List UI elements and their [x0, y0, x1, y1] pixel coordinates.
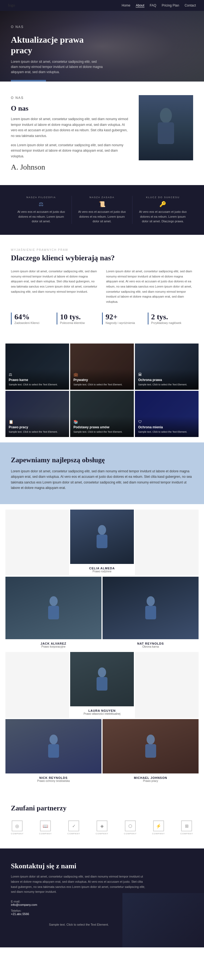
partner-icon-4: ◈	[97, 821, 107, 831]
partner-text-4: COMPANY	[96, 832, 108, 835]
team-name-nat: NAT REYNOLDS	[105, 642, 196, 645]
hero-section: O NAS Aktualizacje prawa pracy Lorem ips…	[0, 11, 204, 81]
partner-text-5: COMPANY	[124, 832, 137, 835]
partner-text-2: COMPANY	[39, 832, 52, 835]
about-title: O nas	[11, 104, 131, 113]
team-layout: CELIA ALMEDA Prawo rodzinne JACK ALVAREZ…	[5, 509, 199, 785]
cell-title-3: Ochrona prawa	[138, 378, 195, 382]
team-info-nick: NICK REYNOLDS Prawo ochrony środowiska	[5, 773, 102, 785]
why-title: Dlaczego klienci wybierają nas?	[11, 254, 193, 262]
why-col-1: Lorem ipsum dolor sit amet, consetetur s…	[11, 269, 98, 304]
practice-cell-3[interactable]: 🏛 Ochrona prawa Sample text. Click to se…	[135, 344, 199, 390]
practice-cell-2[interactable]: 💼 Prywatny Sample text. Click to select …	[70, 344, 134, 390]
stat-4: 2 tys. Przykładowy nagłówek	[148, 313, 188, 325]
best-service-text: Lorem ipsum dolor sit amet, consetetur s…	[11, 469, 193, 491]
nav-home[interactable]: Home	[121, 3, 130, 8]
team-photo-laura	[70, 652, 134, 706]
about-text: O nas O nas Lorem ipsum dolor sit amet, …	[11, 95, 131, 172]
partner-icon-7: ⊞	[181, 821, 192, 831]
stat-1: 64% Zadowoleni Klienci	[11, 313, 51, 325]
partner-icon-3: ✓	[68, 821, 79, 831]
team-card-celia: CELIA ALMEDA Prawo rodzinne	[70, 509, 134, 576]
why-label: WYJAŚNIENIE PRAWNYCH PRAW	[11, 248, 193, 251]
team-photo-nat	[102, 577, 199, 639]
about-image-inner	[139, 95, 193, 160]
about-paragraph2: eos Lorem ipsum dolor sit amet, consetet…	[11, 142, 131, 159]
cell-text-2: Sample text. Click to select the Text El…	[73, 383, 131, 387]
team-name-celia: CELIA ALMEDA	[73, 566, 131, 570]
cell-icon-1: ⚖	[9, 372, 66, 377]
philosophy-item-1: NASZA FILOZOFIA ⚖ At vero eos et accusam…	[11, 196, 72, 224]
stat-label-4: Przykładowy nagłówek	[151, 321, 185, 325]
person-icon-laura	[94, 665, 110, 693]
svg-rect-7	[145, 606, 156, 619]
cell-title-2: Prywatny	[73, 378, 131, 382]
team-name-jack: JACK ALVAREZ	[8, 642, 99, 645]
practice-cell-6[interactable]: 🛡 Ochrona mienia Sample text. Click to s…	[135, 391, 199, 437]
philosophy-item-3: KLUCZ DO SUKCESU 🔑 At vero eos et accusa…	[132, 196, 193, 224]
nav-links: Home About FAQ Pricing Plan Contact	[121, 3, 196, 8]
cell-title-5: Podstawy prawa umów	[73, 425, 131, 429]
cell-content-1: ⚖ Prawo karne Sample text. Click to sele…	[5, 369, 69, 390]
philosophy-icon-1: ⚖	[16, 201, 66, 207]
contact-phone-value: +21.abc.5566	[11, 912, 29, 916]
team-section: .team-layout { display: flex; flex-direc…	[0, 504, 204, 791]
philosophy-text-2: At vero eos et accusam et justo duo dolo…	[77, 210, 127, 224]
team-role-michael: Prawo pracy	[105, 780, 196, 783]
partner-2: 📖 COMPANY	[39, 821, 52, 835]
cell-icon-2: 💼	[73, 372, 131, 377]
partner-7: ⊞ COMPANY	[180, 821, 193, 835]
team-info-michael: MICHAEL JOHNSON Prawo pracy	[102, 773, 199, 785]
practice-cell-4[interactable]: 📋 Prawo pracy Sample text. Click to sele…	[5, 391, 69, 437]
partner-icon-6: ⚡	[153, 821, 164, 831]
svg-point-10	[49, 735, 58, 745]
stat-label-2: Polecenia klientów	[60, 321, 94, 325]
svg-point-12	[147, 735, 155, 745]
team-card-michael: MICHAEL JOHNSON Prawo pracy	[102, 719, 199, 785]
partner-text-3: COMPANY	[67, 832, 80, 835]
nav-about[interactable]: About	[136, 3, 144, 8]
partner-6: ⚡ COMPANY	[152, 821, 165, 835]
signature: A. Johnson	[11, 163, 131, 172]
about-image	[139, 95, 193, 160]
cell-content-6: 🛡 Ochrona mienia Sample text. Click to s…	[135, 417, 199, 437]
team-info-jack: JACK ALVAREZ Prawo korporacyjne	[5, 639, 102, 651]
cell-text-1: Sample text. Click to select the Text El…	[9, 383, 66, 387]
team-empty-left	[5, 509, 69, 576]
cell-icon-5: 📚	[73, 420, 131, 424]
team-photo-celia	[70, 509, 134, 564]
team-info-celia: CELIA ALMEDA Prawo rodzinne	[70, 564, 134, 576]
cell-text-6: Sample text. Click to select the Text El…	[138, 430, 195, 434]
nav-contact[interactable]: Contact	[185, 3, 196, 8]
nav-faq[interactable]: FAQ	[150, 3, 156, 8]
practice-cell-5[interactable]: 📚 Podstawy prawa umów Sample text. Click…	[70, 391, 134, 437]
svg-point-0	[160, 108, 172, 123]
philosophy-text-1: At vero eos et accusam et justo duo dolo…	[16, 210, 66, 224]
stat-3: 92+ Nagrody i wyróżnienia	[102, 313, 142, 325]
person-icon-nat	[142, 594, 159, 622]
nav-pricing[interactable]: Pricing Plan	[162, 3, 179, 8]
person-icon-jack	[45, 594, 62, 622]
svg-rect-13	[145, 744, 156, 758]
hero-button[interactable]: Przeczytaj więcej	[11, 80, 46, 81]
team-empty-left2	[5, 652, 69, 718]
cell-content-5: 📚 Podstawy prawa umów Sample text. Click…	[70, 416, 134, 437]
hero-content: O NAS Aktualizacje prawa pracy Lorem ips…	[0, 11, 114, 81]
partner-text-7: COMPANY	[180, 832, 193, 835]
partner-3: ✓ COMPANY	[67, 821, 80, 835]
philosophy-icon-2: 📜	[77, 201, 127, 207]
cell-icon-3: 🏛	[138, 372, 195, 377]
svg-rect-9	[97, 677, 107, 690]
stat-2: 10 tys. Polecenia klientów	[57, 313, 97, 325]
why-section: WYJAŚNIENIE PRAWNYCH PRAW Dlaczego klien…	[0, 235, 204, 338]
partner-icon-5: ⬡	[125, 821, 136, 831]
stats-row: 64% Zadowoleni Klienci 10 tys. Polecenia…	[11, 313, 193, 325]
team-card-nick: NICK REYNOLDS Prawo ochrony środowiska	[5, 719, 102, 785]
nav-logo: logo	[8, 3, 15, 8]
practice-grid: ⚖ Prawo karne Sample text. Click to sele…	[5, 344, 199, 437]
navigation: logo Home About FAQ Pricing Plan Contact	[0, 0, 204, 11]
svg-rect-3	[97, 535, 107, 548]
why-columns: Lorem ipsum dolor sit amet, consetetur s…	[11, 269, 193, 304]
cell-text-5: Sample text. Click to select the Text El…	[73, 430, 131, 434]
practice-cell-1[interactable]: ⚖ Prawo karne Sample text. Click to sele…	[5, 344, 69, 390]
